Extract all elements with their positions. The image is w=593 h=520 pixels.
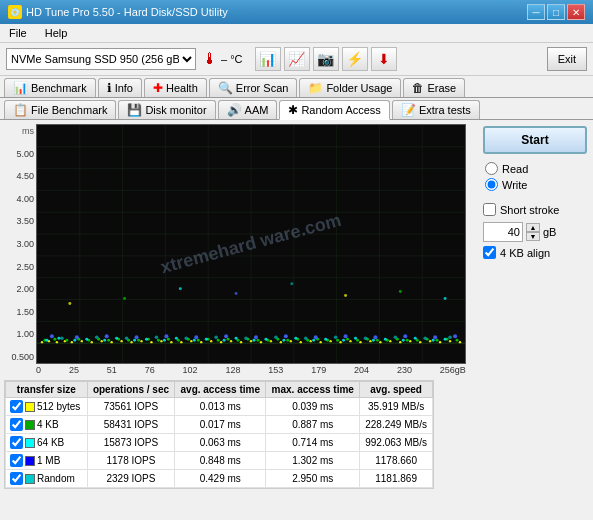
toolbar-btn-5[interactable]: ⬇ (371, 47, 397, 71)
svg-point-170 (444, 297, 447, 300)
minimize-button[interactable]: ─ (527, 4, 545, 20)
write-label: Write (502, 179, 527, 191)
tab-random-access[interactable]: ✱ Random Access (279, 100, 389, 120)
toolbar-btn-2[interactable]: 📈 (284, 47, 310, 71)
svg-point-165 (179, 287, 182, 290)
svg-point-44 (270, 340, 272, 342)
svg-point-55 (379, 341, 381, 343)
svg-point-26 (91, 341, 93, 343)
row-label-1: 4 KB (37, 419, 59, 430)
row-checkbox-4[interactable] (10, 472, 23, 485)
svg-point-144 (344, 334, 348, 338)
cell-max-2: 0.714 ms (266, 434, 360, 452)
tab-erase[interactable]: 🗑 Erase (403, 78, 465, 97)
toolbar: NVMe Samsung SSD 950 (256 gB) 🌡 – °C 📊 📈… (0, 43, 593, 76)
svg-point-142 (284, 334, 288, 338)
align-label[interactable]: 4 KB align (483, 246, 587, 259)
tab-error-scan[interactable]: 🔍 Error Scan (209, 78, 298, 97)
svg-point-139 (194, 335, 198, 339)
tab-disk-monitor[interactable]: 💾 Disk monitor (118, 100, 215, 119)
spin-down-button[interactable]: ▼ (526, 232, 540, 241)
short-stroke-label[interactable]: Short stroke (483, 203, 587, 216)
rw-radio-group: Read Write (483, 160, 587, 193)
tabs-row2: 📋 File Benchmark 💾 Disk monitor 🔊 AAM ✱ … (0, 98, 593, 120)
cell-avg-1: 0.017 ms (175, 416, 266, 434)
svg-point-122 (282, 339, 285, 342)
short-stroke-text: Short stroke (500, 204, 559, 216)
y-label-6: 2.00 (6, 284, 34, 294)
tab-erase-label: Erase (427, 82, 456, 94)
menu-help[interactable]: Help (42, 26, 71, 40)
svg-point-133 (444, 338, 447, 341)
svg-point-112 (133, 339, 136, 342)
svg-point-169 (399, 290, 402, 293)
svg-point-163 (68, 302, 71, 305)
spin-buttons: ▲ ▼ (526, 223, 540, 241)
svg-point-22 (56, 341, 58, 343)
svg-point-107 (57, 337, 60, 340)
svg-point-117 (205, 338, 208, 341)
row-checkbox-2[interactable] (10, 436, 23, 449)
svg-point-151 (125, 336, 129, 340)
tab-info[interactable]: ℹ Info (98, 78, 142, 97)
row-checkbox-0[interactable] (10, 400, 23, 413)
x-label-2: 51 (107, 365, 117, 375)
svg-point-20 (41, 341, 43, 343)
tab-file-benchmark[interactable]: 📋 File Benchmark (4, 100, 116, 119)
gb-spinbox[interactable]: 40 (483, 222, 523, 242)
svg-point-45 (280, 341, 282, 343)
tab-random-label: Random Access (301, 104, 380, 116)
svg-point-141 (254, 335, 258, 339)
svg-point-154 (214, 335, 218, 339)
toolbar-btn-1[interactable]: 📊 (255, 47, 281, 71)
svg-point-97 (376, 339, 379, 342)
random-access-icon: ✱ (288, 103, 298, 117)
row-label-4: Random (37, 473, 75, 484)
y-axis: ms 5.00 4.50 4.00 3.50 3.00 2.50 2.00 1.… (4, 124, 36, 364)
close-button[interactable]: ✕ (567, 4, 585, 20)
table-row: Random 2329 IOPS 0.429 ms 2.950 ms 1181.… (6, 470, 433, 488)
write-radio-label[interactable]: Write (485, 178, 585, 191)
maximize-button[interactable]: □ (547, 4, 565, 20)
svg-point-125 (324, 338, 327, 341)
tab-extra-tests[interactable]: 📝 Extra tests (392, 100, 480, 119)
svg-point-168 (344, 294, 347, 297)
cell-max-0: 0.039 ms (266, 398, 360, 416)
gb-spinbox-row: 40 ▲ ▼ gB (483, 222, 587, 242)
svg-point-39 (220, 341, 222, 343)
menu-file[interactable]: File (6, 26, 30, 40)
svg-point-73 (137, 339, 140, 342)
chart-area: ms 5.00 4.50 4.00 3.50 3.00 2.50 2.00 1.… (4, 124, 477, 489)
cell-label-3: 1 MB (6, 452, 88, 470)
row-checkbox-1[interactable] (10, 418, 23, 431)
spin-up-button[interactable]: ▲ (526, 223, 540, 232)
svg-point-131 (414, 337, 417, 340)
toolbar-btn-3[interactable]: 📷 (313, 47, 339, 71)
svg-point-155 (244, 336, 248, 340)
read-radio-label[interactable]: Read (485, 162, 585, 175)
svg-point-157 (304, 336, 308, 340)
tab-benchmark[interactable]: 📊 Benchmark (4, 78, 96, 97)
device-select[interactable]: NVMe Samsung SSD 950 (256 gB) (6, 48, 196, 70)
read-radio[interactable] (485, 162, 498, 175)
cell-ops-0: 73561 IOPS (87, 398, 175, 416)
col-transfer-size: transfer size (6, 382, 88, 398)
table-row: 4 KB 58431 IOPS 0.017 ms 0.887 ms 228.24… (6, 416, 433, 434)
exit-button[interactable]: Exit (547, 47, 587, 71)
start-button[interactable]: Start (483, 126, 587, 154)
short-stroke-checkbox[interactable] (483, 203, 496, 216)
gb-unit-label: gB (543, 226, 556, 238)
tab-folder-label: Folder Usage (326, 82, 392, 94)
svg-point-119 (235, 337, 238, 340)
svg-point-50 (329, 340, 331, 342)
tab-folder-usage[interactable]: 📁 Folder Usage (299, 78, 401, 97)
toolbar-btn-4[interactable]: ⚡ (342, 47, 368, 71)
tab-aam[interactable]: 🔊 AAM (218, 100, 278, 119)
row-checkbox-3[interactable] (10, 454, 23, 467)
tab-health[interactable]: ✚ Health (144, 78, 207, 97)
write-radio[interactable] (485, 178, 498, 191)
align-checkbox[interactable] (483, 246, 496, 259)
temp-display: 🌡 – °C (202, 50, 243, 68)
svg-point-134 (50, 334, 54, 338)
x-label-3: 76 (145, 365, 155, 375)
